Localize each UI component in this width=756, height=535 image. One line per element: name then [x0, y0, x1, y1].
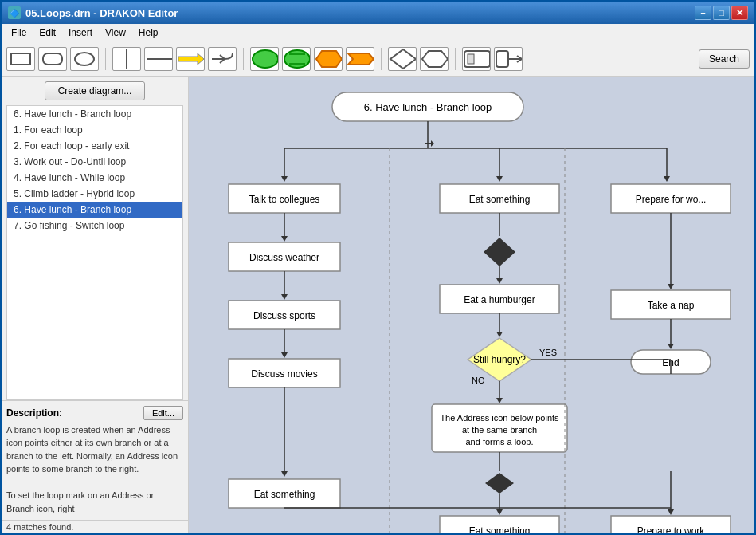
nav-item-5[interactable]: 5. Climb ladder - Hybrid loop	[7, 186, 182, 202]
diagram-svg: 6. Have lunch - Branch loop	[189, 77, 754, 533]
nav-list: 6. Have lunch - Branch loop 1. For each …	[6, 105, 183, 400]
svg-rect-16	[468, 54, 474, 64]
main-content: Create diagram... 6. Have lunch - Branch…	[2, 77, 754, 533]
description-area: Description: Edit... A branch loop is cr…	[2, 400, 188, 521]
svg-text:Take a nap: Take a nap	[648, 300, 695, 311]
svg-rect-17	[496, 51, 508, 67]
tool-orange-arrow[interactable]	[346, 47, 374, 71]
svg-text:and forms a loop.: and forms a loop.	[466, 437, 534, 446]
tool-orange-hex[interactable]	[314, 47, 343, 71]
svg-marker-12	[348, 53, 374, 65]
titlebar: 🔷 05.Loops.drn - DRAKON Editor – □ ✕	[2, 2, 754, 24]
diagram-title: 6. Have lunch - Branch loop	[364, 101, 492, 113]
tool-rounded-rect[interactable]	[38, 47, 67, 71]
tool-green-process[interactable]	[282, 47, 311, 71]
window-title: 05.Loops.drn - DRAKON Editor	[25, 7, 178, 19]
svg-text:Still hungry?: Still hungry?	[473, 354, 526, 365]
menubar: File Edit Insert View Help	[2, 24, 754, 41]
svg-text:YES: YES	[539, 348, 557, 357]
tool-diamond[interactable]	[388, 47, 417, 71]
svg-point-6	[253, 50, 278, 68]
maximize-button[interactable]: □	[713, 6, 730, 20]
tool-green-terminal[interactable]	[250, 47, 279, 71]
menu-view[interactable]: View	[99, 26, 132, 40]
svg-point-2	[75, 53, 94, 65]
tool-rectangle[interactable]	[6, 47, 35, 71]
svg-text:Talk to collegues: Talk to collegues	[249, 194, 320, 205]
svg-text:Discuss weather: Discuss weather	[249, 252, 319, 263]
nav-item-4[interactable]: 4. Have lunch - While loop	[7, 170, 182, 186]
menu-help[interactable]: Help	[132, 26, 165, 40]
status-bar: 4 matches found.	[2, 520, 188, 533]
edit-button[interactable]: Edit...	[143, 406, 183, 420]
svg-marker-13	[390, 49, 416, 69]
toolbar-separator-2	[243, 48, 244, 70]
svg-marker-11	[316, 51, 342, 67]
tool-oval[interactable]	[70, 47, 99, 71]
description-label: Description:	[6, 407, 62, 419]
svg-text:Eat something: Eat something	[469, 194, 531, 205]
toolbar-separator-4	[455, 48, 456, 70]
minimize-button[interactable]: –	[695, 6, 711, 20]
description-header: Description: Edit...	[6, 406, 183, 420]
svg-text:Prepare for wo...: Prepare for wo...	[636, 194, 707, 205]
tool-hline[interactable]	[144, 47, 173, 71]
tool-line[interactable]	[112, 47, 141, 71]
toolbar-separator-3	[381, 48, 382, 70]
svg-text:NO: NO	[472, 376, 485, 385]
svg-rect-1	[43, 53, 62, 65]
create-diagram-button[interactable]: Create diagram...	[45, 81, 146, 100]
svg-text:Eat a humburger: Eat a humburger	[464, 294, 535, 305]
nav-item-3[interactable]: 3. Work out - Do-Until loop	[7, 154, 182, 170]
svg-text:Discuss sports: Discuss sports	[253, 310, 315, 321]
titlebar-left: 🔷 05.Loops.drn - DRAKON Editor	[8, 6, 178, 19]
nav-item-2[interactable]: 2. For each loop - early exit	[7, 138, 182, 154]
titlebar-controls: – □ ✕	[695, 6, 748, 20]
tool-hexagon[interactable]	[420, 47, 449, 71]
nav-item-1[interactable]: 1. For each loop	[7, 122, 182, 138]
description-text: A branch loop is created when an Address…	[6, 423, 183, 516]
tool-display[interactable]	[462, 47, 491, 71]
close-button[interactable]: ✕	[731, 6, 748, 20]
toolbar-separator-1	[105, 48, 106, 70]
menu-insert[interactable]: Insert	[62, 26, 99, 40]
app-icon: 🔷	[8, 6, 21, 19]
main-window: 🔷 05.Loops.drn - DRAKON Editor – □ ✕ Fil…	[0, 0, 756, 535]
svg-text:Eat something: Eat something	[469, 525, 531, 533]
svg-text:Eat something: Eat something	[254, 489, 315, 500]
svg-text:The Address icon below points: The Address icon below points	[440, 413, 559, 423]
svg-text:at the same branch: at the same branch	[462, 425, 537, 435]
toolbar: Search	[2, 41, 754, 77]
svg-text:Prepare to work: Prepare to work	[637, 525, 706, 533]
svg-rect-8	[289, 54, 305, 64]
svg-marker-14	[422, 51, 448, 67]
search-button[interactable]: Search	[699, 49, 750, 69]
menu-edit[interactable]: Edit	[33, 26, 62, 40]
tool-connector[interactable]	[494, 47, 523, 71]
menu-file[interactable]: File	[5, 26, 33, 40]
nav-item-6[interactable]: 6. Have lunch - Branch loop	[7, 202, 182, 218]
svg-text:Discuss movies: Discuss movies	[251, 368, 317, 380]
tool-arrow-back[interactable]	[208, 47, 237, 71]
svg-marker-5	[178, 53, 204, 65]
nav-item-7[interactable]: 7. Go fishing - Switch loop	[7, 218, 182, 234]
tool-arrow-right[interactable]	[176, 47, 205, 71]
svg-rect-0	[11, 53, 30, 65]
status-text: 4 matches found.	[6, 522, 73, 532]
canvas[interactable]: 6. Have lunch - Branch loop	[189, 77, 754, 533]
nav-item-0[interactable]: 6. Have lunch - Branch loop	[7, 106, 182, 122]
sidebar: Create diagram... 6. Have lunch - Branch…	[2, 77, 189, 533]
